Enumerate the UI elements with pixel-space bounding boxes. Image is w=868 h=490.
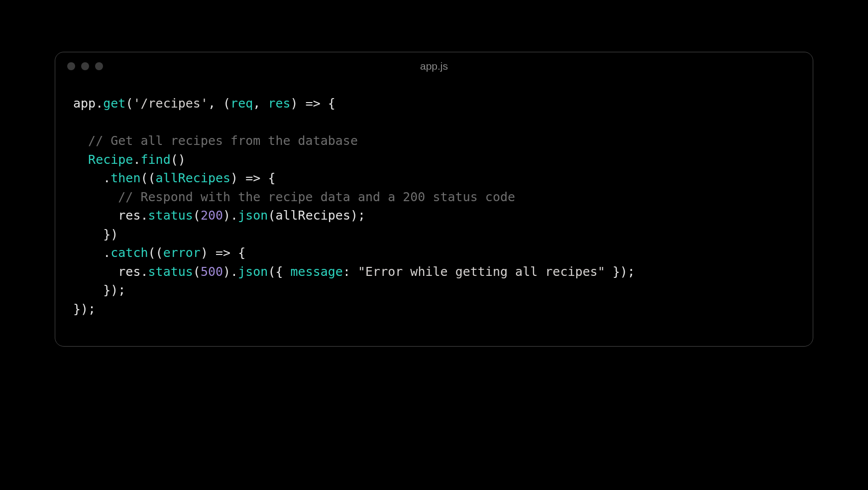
code-token: ) [201,245,216,260]
code-token: catch [110,245,148,260]
code-token: { [260,171,275,185]
code-token: res [268,96,290,111]
code-token: message [291,264,343,279]
code-token: 500 [201,264,223,279]
code-token: => [306,96,321,111]
code-token: ( [193,208,201,223]
code-token: status [148,208,193,223]
code-token: (( [148,245,163,260]
code-token: ({ [268,264,290,279]
code-token: , [253,96,268,111]
minimize-icon[interactable] [81,62,89,70]
code-token: json [238,208,268,223]
code-token: }); [73,302,96,316]
code-token: . [133,152,140,167]
code-token: allRecipes [156,171,231,185]
code-token: }) [73,227,118,242]
code-token: 200 [201,208,223,223]
code-token: ( [193,264,201,279]
code-token: , ( [208,96,230,111]
code-token: ) [230,171,245,185]
close-icon[interactable] [67,62,75,70]
code-token [73,152,88,167]
code-token: => [245,171,260,185]
code-token: req [230,96,253,111]
code-token: ). [223,208,238,223]
code-token: }); [73,283,125,297]
code-token: status [148,264,193,279]
code-token: . [73,245,110,260]
window-titlebar: app.js [55,52,813,80]
code-token: // Get all recipes from the database [88,133,358,148]
code-token: // Respond with the recipe data and a 20… [118,190,515,204]
code-token: "Error while getting all recipes" [358,264,605,279]
code-token: get [103,96,125,111]
code-token: ) [291,96,306,111]
code-token: . [140,208,148,223]
code-token: . [73,171,110,185]
code-token: { [230,245,245,260]
code-token: res [73,264,140,279]
code-token: Recipe [88,152,133,167]
code-token: : [343,264,358,279]
code-token: app [73,96,96,111]
code-token: res [73,208,140,223]
code-editor[interactable]: app.get('/recipes', (req, res) => { // G… [55,80,813,346]
code-token: error [163,245,201,260]
code-token: => [216,245,230,260]
code-token: . [96,96,103,111]
code-token: json [238,264,268,279]
code-token: (( [140,171,155,185]
code-token: ). [223,264,238,279]
code-token: }); [605,264,635,279]
traffic-lights [67,62,103,70]
code-token: '/recipes' [133,96,208,111]
code-token: find [140,152,170,167]
code-token: { [321,96,335,111]
window-title: app.js [55,60,813,72]
code-token: then [110,171,140,185]
maximize-icon[interactable] [95,62,103,70]
code-token [73,190,118,204]
code-token: ( [125,96,133,111]
code-token: . [140,264,148,279]
code-token: (allRecipes); [268,208,365,223]
code-token: () [171,152,186,167]
code-window: app.js app.get('/recipes', (req, res) =>… [55,52,813,347]
code-token [73,133,88,148]
